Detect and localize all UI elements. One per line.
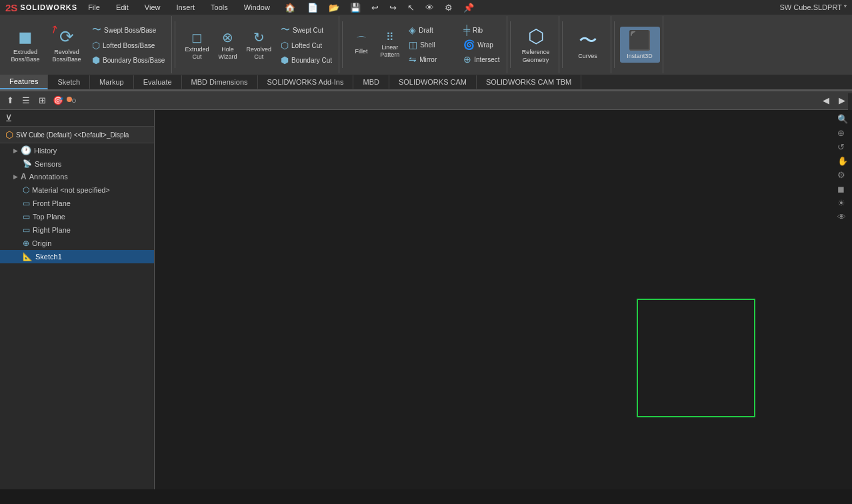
extruded-cut-button[interactable]: ◻ ExtrudedCut: [181, 27, 213, 63]
boundary-cut-icon: ⬢: [281, 55, 289, 65]
revolved-cut-icon: ↻: [253, 29, 265, 45]
sensors-label: Sensors: [35, 160, 61, 168]
menu-window[interactable]: Window: [239, 2, 275, 13]
linear-pattern-label: LinearPattern: [380, 44, 399, 59]
vp-display-icon[interactable]: ◼: [836, 183, 849, 195]
tab-mbd-dimensions[interactable]: MBD Dimensions: [182, 75, 258, 89]
rib-button[interactable]: ╪ Rib: [459, 23, 503, 37]
cut-stack: 〜 Swept Cut ⬡ Lofted Cut ⬢ Boundary Cut: [277, 23, 336, 67]
menu-view[interactable]: View: [139, 2, 166, 13]
menu-edit[interactable]: Edit: [111, 2, 134, 13]
tree-item-right-plane[interactable]: ▭ Right Plane: [0, 223, 154, 237]
shell-icon: ◫: [409, 39, 417, 50]
feature-tree: ▶ 🕐 History 📡 Sensors ▶ A Annotations ⬡ …: [0, 143, 154, 489]
tree-item-sensors[interactable]: 📡 Sensors: [0, 157, 154, 170]
swept-boss-label: Swept Boss/Base: [104, 27, 156, 34]
toolbar-new-icon[interactable]: 📄: [305, 1, 321, 14]
tab-sw-cam-tbm[interactable]: SOLIDWORKS CAM TBM: [477, 75, 581, 89]
revolved-cut-button[interactable]: ↻ RevolvedCut: [242, 27, 275, 63]
instant3d-button[interactable]: ⬛ Instant3D: [620, 27, 660, 63]
boundary-boss-base-button[interactable]: ⬢ Boundary Boss/Base: [88, 53, 169, 67]
annotations-arrow: ▶: [13, 173, 18, 180]
boundary-cut-button[interactable]: ⬢ Boundary Cut: [277, 53, 336, 67]
intersect-button[interactable]: ⊕ Intersect: [459, 53, 503, 66]
wrap-icon: 🌀: [463, 39, 475, 50]
tb2-prev-button[interactable]: ◀: [819, 93, 833, 108]
toolbar-save-icon[interactable]: 💾: [347, 1, 363, 14]
fillet-label: Fillet: [355, 48, 368, 55]
tab-evaluate[interactable]: Evaluate: [134, 75, 182, 89]
tree-item-material[interactable]: ⬡ Material <not specified>: [0, 183, 154, 197]
vp-light-icon[interactable]: ☀: [836, 197, 849, 209]
swept-cut-button[interactable]: 〜 Swept Cut: [277, 23, 336, 37]
curves-button[interactable]: 〜 Curves: [568, 27, 608, 63]
tab-markup[interactable]: Markup: [90, 75, 134, 89]
toolbar-open-icon[interactable]: 📂: [326, 1, 342, 14]
tab-features[interactable]: Features: [0, 75, 48, 89]
toolbar-home-icon[interactable]: 🏠: [281, 1, 299, 14]
lofted-cut-icon: ⬡: [281, 40, 289, 51]
tab-mbd[interactable]: MBD: [353, 75, 389, 89]
menu-tools[interactable]: Tools: [205, 2, 233, 13]
sensors-icon: 📡: [23, 159, 32, 168]
viewport[interactable]: 🔍 ⊕ ↺ ✋ ⚙ ◼ ☀ 👁: [155, 110, 852, 489]
tb2-next-button[interactable]: ▶: [835, 93, 849, 108]
tb2-orientation-button[interactable]: ⬆: [3, 93, 17, 108]
tab-sw-addins[interactable]: SOLIDWORKS Add-Ins: [258, 75, 354, 89]
tree-item-top-plane[interactable]: ▭ Top Plane: [0, 210, 154, 223]
toolbar-view-icon[interactable]: 👁: [423, 1, 437, 14]
feature-tree-top-item[interactable]: ⬡ SW Cube (Default) <<Default>_Displa: [0, 127, 154, 143]
wrap-button[interactable]: 🌀 Wrap: [459, 38, 503, 51]
vp-settings-icon[interactable]: ⚙: [836, 169, 849, 181]
lofted-cut-button[interactable]: ⬡ Lofted Cut: [277, 39, 336, 52]
secondary-toolbar: ⬆ ☰ ⊞ 🎯 ○ ◀ ▶: [0, 91, 852, 110]
vp-pan-icon[interactable]: ✋: [836, 155, 849, 167]
reference-geometry-button[interactable]: ⬡ ReferenceGeometry: [516, 23, 556, 67]
fillet-button[interactable]: ⌒ Fillet: [348, 32, 375, 58]
vp-rotate-icon[interactable]: ↺: [836, 141, 849, 153]
tree-item-sketch1[interactable]: 📐 Sketch1: [0, 250, 154, 263]
titlebar-left: 2S SOLIDWORKS File Edit View Insert Tool…: [5, 1, 477, 14]
extruded-boss-base-button[interactable]: ◼ ExtrudedBoss/Base: [5, 24, 45, 66]
swept-boss-base-button[interactable]: 〜 Swept Boss/Base: [88, 23, 169, 37]
tab-sketch[interactable]: Sketch: [48, 75, 90, 89]
window-title: SW Cube.SLDPRT *: [780, 3, 847, 11]
sw-cube-label: SW Cube (Default) <<Default>_Displa: [16, 131, 129, 139]
tree-item-origin[interactable]: ⊕ Origin: [0, 237, 154, 250]
menu-file[interactable]: File: [83, 2, 105, 13]
main-layout: ⊻ ⬡ SW Cube (Default) <<Default>_Displa …: [0, 110, 852, 489]
hole-wizard-button[interactable]: ⊗ HoleWizard: [214, 27, 241, 63]
tb2-target-button[interactable]: 🎯: [51, 93, 65, 108]
instant3d-label: Instant3D: [627, 53, 653, 60]
tb2-grid-button[interactable]: ⊞: [35, 93, 49, 108]
swept-cut-icon: 〜: [281, 24, 290, 36]
mirror-button[interactable]: ⇋ Mirror: [405, 53, 458, 66]
linear-pattern-icon: ⠿: [386, 31, 394, 43]
toolbar-redo-icon[interactable]: ↪: [387, 1, 399, 14]
material-icon: ⬡: [23, 185, 29, 195]
right-plane-label: Right Plane: [33, 226, 71, 234]
vp-view-icon[interactable]: 👁: [836, 211, 849, 223]
vp-zoom-icon[interactable]: ⊕: [836, 127, 849, 139]
toolbar-select-icon[interactable]: ↖: [405, 1, 417, 14]
draft-button[interactable]: ◈ Draft: [405, 23, 458, 37]
revolved-boss-base-button[interactable]: ⟳ RevolvedBoss/Base ↗: [47, 24, 87, 66]
tree-item-annotations[interactable]: ▶ A Annotations: [0, 170, 154, 183]
linear-pattern-button[interactable]: ⠿ LinearPattern: [376, 28, 403, 61]
tb2-list-button[interactable]: ☰: [19, 93, 33, 108]
filter-icon[interactable]: ⊻: [5, 113, 12, 123]
lofted-cut-label: Lofted Cut: [291, 42, 322, 49]
tab-sw-cam[interactable]: SOLIDWORKS CAM: [389, 75, 477, 89]
vp-search-icon[interactable]: 🔍: [836, 113, 849, 125]
tree-item-front-plane[interactable]: ▭ Front Plane: [0, 197, 154, 210]
swept-boss-icon: 〜: [92, 24, 101, 36]
toolbar-settings-icon[interactable]: ⚙: [442, 1, 455, 14]
lofted-boss-base-button[interactable]: ⬡ Lofted Boss/Base: [88, 39, 169, 52]
toolbar-pin-icon[interactable]: 📌: [461, 1, 477, 14]
menu-insert[interactable]: Insert: [171, 2, 201, 13]
extruded-cut-icon: ◻: [191, 29, 203, 45]
hole-wizard-label: HoleWizard: [218, 46, 237, 61]
toolbar-undo-icon[interactable]: ↩: [369, 1, 381, 14]
shell-button[interactable]: ◫ Shell: [405, 38, 458, 51]
tree-item-history[interactable]: ▶ 🕐 History: [0, 143, 154, 157]
